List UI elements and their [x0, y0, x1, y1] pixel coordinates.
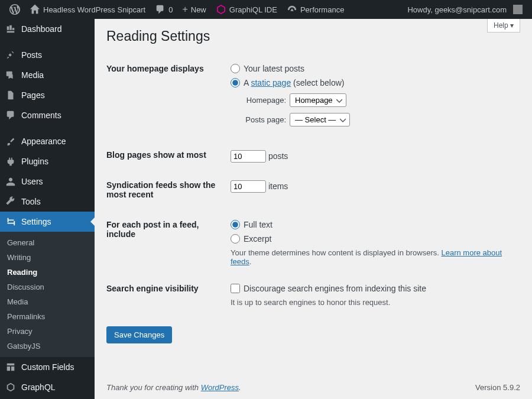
help-tab[interactable]: Help ▾ [487, 19, 520, 33]
media-icon [5, 70, 16, 80]
plug-icon [5, 156, 16, 167]
homepage-select[interactable]: Homepage [290, 93, 346, 107]
radio-latest-posts[interactable] [231, 64, 240, 73]
submenu-general[interactable]: General [0, 235, 95, 250]
graphql-icon [216, 4, 226, 15]
visibility-label: Search engine visibility [106, 275, 225, 316]
menu-label: Custom Fields [21, 362, 74, 372]
avatar [513, 5, 523, 14]
wp-logo[interactable] [5, 0, 25, 19]
comments-link[interactable]: 0 [150, 0, 177, 19]
submenu-reading[interactable]: Reading [0, 265, 95, 280]
page-icon [5, 90, 16, 100]
dashboard-icon [5, 24, 16, 34]
menu-posts[interactable]: Posts [0, 45, 95, 65]
admin-bar: Headless WordPress Snipcart 0 + New Grap… [0, 0, 532, 19]
save-button[interactable]: Save Changes [106, 326, 172, 343]
menu-dashboard[interactable]: Dashboard [0, 19, 95, 39]
menu-settings[interactable]: Settings [0, 212, 95, 232]
comments-count: 0 [168, 5, 173, 14]
visibility-checkbox[interactable] [231, 284, 240, 293]
submenu-writing[interactable]: Writing [0, 250, 95, 265]
menu-label: Media [21, 70, 44, 80]
menu-label: Users [21, 177, 43, 186]
performance-link[interactable]: Performance [282, 0, 349, 19]
opt-excerpt[interactable]: Excerpt [231, 234, 514, 244]
admin-footer: Thank you for creating with WordPress. V… [95, 376, 532, 399]
menu-label: Posts [21, 50, 42, 60]
new-label: New [191, 5, 206, 14]
menu-label: Appearance [21, 137, 66, 146]
layout-icon [5, 362, 16, 372]
brush-icon [5, 136, 16, 147]
wordpress-link[interactable]: WordPress [201, 383, 239, 392]
sliders-icon [5, 216, 16, 227]
submenu-permalinks[interactable]: Permalinks [0, 309, 95, 324]
page-title: Reading Settings [106, 28, 520, 44]
static-page-link[interactable]: static page [251, 78, 291, 87]
blog-pages-label: Blog pages show at most [106, 141, 225, 171]
menu-label: Comments [21, 111, 61, 120]
opt-full-text[interactable]: Full text [231, 220, 514, 229]
feeds-label: Syndication feeds show the most recent [106, 171, 225, 211]
menu-label: Pages [21, 90, 45, 100]
blog-pages-input[interactable] [231, 150, 266, 163]
menu-pages[interactable]: Pages [0, 85, 95, 105]
feeds-input[interactable] [231, 180, 266, 193]
submenu-privacy[interactable]: Privacy [0, 324, 95, 339]
menu-comments[interactable]: Comments [0, 105, 95, 125]
menu-users[interactable]: Users [0, 171, 95, 192]
home-icon [30, 4, 40, 15]
site-name-link[interactable]: Headless WordPress Snipcart [25, 0, 150, 19]
menu-tools[interactable]: Tools [0, 192, 95, 212]
wordpress-icon [9, 4, 20, 15]
menu-label: Plugins [21, 157, 48, 166]
new-content-link[interactable]: + New [177, 0, 210, 19]
menu-label: GraphQL [21, 382, 56, 392]
submenu-gatsbyjs[interactable]: GatsbyJS [0, 339, 95, 353]
graphql-icon [5, 382, 16, 392]
submenu-media[interactable]: Media [0, 294, 95, 309]
comment-icon [5, 110, 16, 121]
user-icon [5, 176, 16, 187]
menu-graphql[interactable]: GraphQL [0, 377, 95, 397]
comment-icon [155, 4, 166, 15]
radio-excerpt[interactable] [231, 234, 240, 244]
menu-media[interactable]: Media [0, 65, 95, 85]
feed-include-label: For each post in a feed, include [106, 211, 225, 275]
version-text: Version 5.9.2 [475, 383, 520, 392]
content-area: Help ▾ Reading Settings Your homepage di… [95, 19, 532, 399]
menu-label: Tools [21, 197, 41, 206]
graphiql-link[interactable]: GraphiQL IDE [211, 0, 282, 19]
radio-static-page[interactable] [231, 78, 240, 87]
menu-appearance[interactable]: Appearance [0, 131, 95, 151]
pin-icon [5, 50, 16, 60]
graphiql-label: GraphiQL IDE [229, 5, 277, 14]
account-link[interactable]: Howdy, geeks@snipcart.com [403, 0, 527, 19]
visibility-description: It is up to search engines to honor this… [231, 298, 514, 307]
menu-label: Dashboard [21, 24, 62, 34]
menu-custom-fields[interactable]: Custom Fields [0, 357, 95, 377]
opt-latest-posts[interactable]: Your latest posts [231, 64, 514, 73]
menu-plugins[interactable]: Plugins [0, 151, 95, 171]
visibility-checkbox-label[interactable]: Discourage search engines from indexing … [231, 284, 514, 293]
radio-full-text[interactable] [231, 220, 240, 229]
feed-description: Your theme determines how content is dis… [231, 248, 514, 266]
homepage-displays-label: Your homepage displays [106, 55, 225, 141]
gauge-icon [287, 4, 297, 15]
posts-page-select[interactable]: — Select — [290, 113, 350, 126]
opt-static-page[interactable]: A static page (select below) [231, 78, 514, 87]
wrench-icon [5, 196, 16, 207]
site-name: Headless WordPress Snipcart [43, 5, 145, 14]
admin-menu: Dashboard Posts Media Pages Comments App… [0, 19, 95, 399]
howdy-text: Howdy, geeks@snipcart.com [407, 5, 507, 14]
plus-icon: + [182, 5, 187, 14]
posts-page-select-label: Posts page: [239, 115, 286, 124]
performance-label: Performance [300, 5, 344, 14]
menu-label: Settings [21, 217, 51, 226]
homepage-select-label: Homepage: [239, 96, 286, 105]
settings-submenu: General Writing Reading Discussion Media… [0, 232, 95, 357]
submenu-discussion[interactable]: Discussion [0, 280, 95, 294]
